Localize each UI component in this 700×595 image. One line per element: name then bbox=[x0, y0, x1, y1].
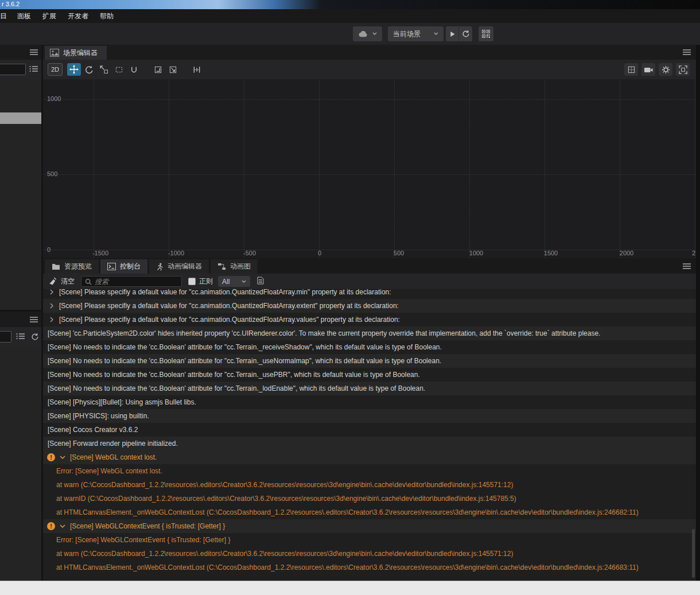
console-log-row[interactable]: at warnID (C:\CocosDashboard_1.2.2\resou… bbox=[43, 492, 696, 505]
console-log-row[interactable]: [Scene] Please specifiy a default value … bbox=[43, 299, 696, 313]
console-clear-button[interactable]: 清空 bbox=[49, 277, 75, 286]
ruler-label: -500 bbox=[243, 250, 256, 256]
rotate-tool-button[interactable] bbox=[82, 63, 96, 76]
assets-search-input[interactable] bbox=[0, 331, 11, 343]
log-text: at warn (C:\CocosDashboard_1.2.2\resourc… bbox=[56, 481, 513, 489]
console-log-row[interactable]: [Scene] Please specifiy a default value … bbox=[43, 289, 696, 299]
console-log-row[interactable]: [Scene] No needs to indicate the 'cc.Boo… bbox=[43, 368, 696, 382]
broom-icon bbox=[49, 277, 57, 286]
preview-device-dropdown[interactable] bbox=[353, 26, 382, 41]
scale-tool-button[interactable] bbox=[97, 63, 111, 76]
hierarchy-panel-menu-button[interactable] bbox=[29, 49, 38, 57]
assets-list-button[interactable] bbox=[16, 333, 25, 341]
align-tools-button[interactable] bbox=[190, 63, 204, 76]
menu-item-extension[interactable]: 扩展 bbox=[37, 11, 62, 21]
console-scrollbar[interactable] bbox=[692, 529, 695, 578]
chevron-down-icon[interactable] bbox=[60, 454, 65, 460]
scene-dropdown[interactable]: 当前场景 bbox=[388, 26, 444, 41]
open-log-file-button[interactable] bbox=[257, 277, 264, 286]
refresh-button[interactable] bbox=[459, 26, 472, 41]
menu-item-help[interactable]: 帮助 bbox=[94, 11, 119, 21]
mode-2d-toggle[interactable]: 2D bbox=[48, 63, 63, 76]
console-log-row[interactable]: [Scene] Please specifiy a default value … bbox=[43, 313, 696, 326]
ruler-label: 1000 bbox=[469, 250, 483, 256]
search-icon bbox=[85, 278, 92, 285]
play-button[interactable] bbox=[446, 26, 459, 41]
document-icon bbox=[257, 277, 264, 285]
assets-tree bbox=[0, 347, 41, 542]
menu-item-developer[interactable]: 开发者 bbox=[62, 11, 94, 21]
scene-panel-menu-button[interactable] bbox=[682, 49, 691, 57]
console-log-row[interactable]: ![Scene] WebGL context lost. bbox=[43, 450, 696, 464]
hierarchy-search-input[interactable] bbox=[0, 64, 26, 75]
log-text: [Scene] [Physics][Bullet]: Using asmjs B… bbox=[48, 398, 196, 406]
scene-tabbar: 场景编辑器 bbox=[43, 45, 696, 60]
console-log-row[interactable]: Error: [Scene] WebGL context lost. bbox=[43, 464, 696, 478]
hamburger-icon bbox=[29, 316, 38, 323]
camera-settings-button[interactable] bbox=[641, 63, 655, 76]
console-search-input[interactable] bbox=[95, 278, 178, 286]
regex-filter[interactable]: 正则 bbox=[188, 277, 213, 286]
snap-icon bbox=[169, 65, 177, 74]
console-log-row[interactable]: at warn (C:\CocosDashboard_1.2.2\resourc… bbox=[43, 547, 696, 561]
hierarchy-tree bbox=[0, 79, 41, 310]
grid-toggle-button[interactable] bbox=[624, 63, 638, 76]
log-level-dropdown[interactable]: All bbox=[218, 276, 250, 287]
device-cloud-icon bbox=[358, 30, 368, 38]
chevron-right-icon[interactable] bbox=[49, 289, 55, 295]
tab-console[interactable]: 控制台 bbox=[100, 259, 147, 274]
move-tool-icon bbox=[69, 65, 79, 74]
log-text: Error: [Scene] WebGL context lost. bbox=[56, 467, 162, 475]
console-log-row[interactable]: at warn (C:\CocosDashboard_1.2.2\resourc… bbox=[43, 478, 696, 492]
hierarchy-selected-node[interactable] bbox=[0, 112, 41, 124]
gizmo-tool-button[interactable] bbox=[127, 63, 141, 76]
log-text: [Scene] [PHYSICS]: using builtin. bbox=[48, 412, 149, 420]
console-log-row[interactable]: [Scene] [Physics][Bullet]: Using asmjs B… bbox=[43, 395, 696, 409]
rect-tool-button[interactable] bbox=[112, 63, 126, 76]
hierarchy-list-button[interactable] bbox=[29, 65, 38, 74]
assets-refresh-button[interactable] bbox=[31, 333, 39, 343]
console-log-row[interactable]: ![Scene] WebGLContextEvent { isTrusted: … bbox=[43, 519, 696, 533]
console-log-row[interactable]: [Scene] No needs to indicate the 'cc.Boo… bbox=[43, 340, 696, 354]
camera-icon bbox=[644, 66, 653, 73]
rotate-tool-icon bbox=[85, 65, 94, 74]
scene-settings-button[interactable] bbox=[659, 63, 672, 76]
tab-animation-graph[interactable]: 动画图 bbox=[211, 259, 258, 274]
folder-icon bbox=[52, 263, 60, 270]
console-log-row[interactable]: [Scene] No needs to indicate the 'cc.Boo… bbox=[43, 354, 696, 368]
chevron-right-icon[interactable] bbox=[49, 303, 55, 309]
tab-label: 动画图 bbox=[230, 262, 251, 271]
scene-viewport[interactable]: 1000 500 0 -1500 -1000 -500 0 500 1000 1… bbox=[43, 79, 696, 258]
chevron-right-icon[interactable] bbox=[49, 317, 55, 322]
tab-animation-editor[interactable]: 动画编辑器 bbox=[149, 259, 209, 274]
console-log-row[interactable]: [Scene] No needs to indicate the 'cc.Boo… bbox=[43, 382, 696, 395]
tab-scene-editor[interactable]: 场景编辑器 bbox=[45, 46, 107, 60]
log-text: [Scene] WebGLContextEvent { isTrusted: [… bbox=[70, 522, 225, 530]
right-scrollbar-gutter[interactable] bbox=[696, 45, 700, 581]
chevron-down-icon[interactable] bbox=[60, 523, 65, 529]
console-log-row[interactable]: [Scene] [PHYSICS]: using builtin. bbox=[43, 409, 696, 423]
menu-item-project[interactable]: 目 bbox=[0, 11, 11, 21]
console-log-row[interactable]: at HTMLCanvasElement._onWebGLContextLost… bbox=[43, 505, 696, 519]
console-panel-menu-button[interactable] bbox=[682, 263, 691, 271]
fullscreen-frame-button[interactable] bbox=[676, 63, 690, 76]
console-log-area[interactable]: [Scene] Please specifiy a default value … bbox=[43, 289, 696, 581]
warning-icon: ! bbox=[47, 453, 55, 461]
tab-asset-preview[interactable]: 资源预览 bbox=[45, 259, 99, 274]
console-log-row[interactable]: [Scene] Cocos Creator v3.6.2 bbox=[43, 423, 696, 437]
log-text: at warn (C:\CocosDashboard_1.2.2\resourc… bbox=[56, 550, 513, 558]
frame-icon bbox=[679, 65, 687, 74]
preview-qr-button[interactable] bbox=[479, 26, 493, 41]
assets-panel-menu-button[interactable] bbox=[29, 316, 38, 325]
coordinate-toggle-button[interactable] bbox=[166, 63, 180, 76]
console-log-row[interactable]: Error: [Scene] WebGLContextEvent { isTru… bbox=[43, 533, 696, 547]
regex-checkbox[interactable] bbox=[188, 278, 196, 285]
pivot-toggle-button[interactable] bbox=[151, 63, 165, 76]
console-log-row[interactable]: [Scene] Forward render pipeline initiali… bbox=[43, 437, 696, 450]
move-tool-button[interactable] bbox=[67, 63, 81, 76]
menu-item-panel[interactable]: 面板 bbox=[11, 11, 37, 21]
console-log-row[interactable]: at HTMLCanvasElement._onWebGLContextLost… bbox=[43, 561, 696, 574]
console-log-row[interactable]: [Scene] 'cc.ParticleSystem2D.color' hide… bbox=[43, 326, 696, 340]
tab-label: 资源预览 bbox=[64, 262, 92, 271]
chevron-down-icon bbox=[242, 280, 246, 283]
